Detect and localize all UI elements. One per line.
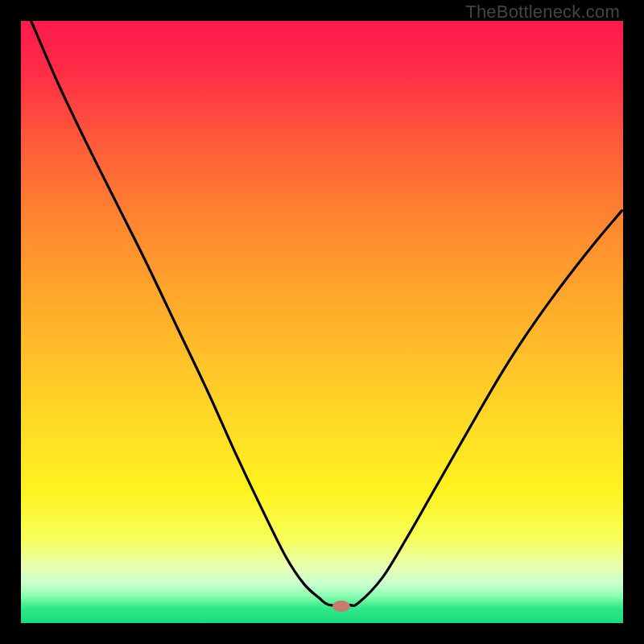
chart-frame (21, 21, 623, 623)
watermark-text: TheBottleneck.com (465, 2, 620, 23)
chart-background (21, 21, 623, 623)
optimum-marker (332, 601, 350, 612)
bottleneck-chart (21, 21, 623, 623)
